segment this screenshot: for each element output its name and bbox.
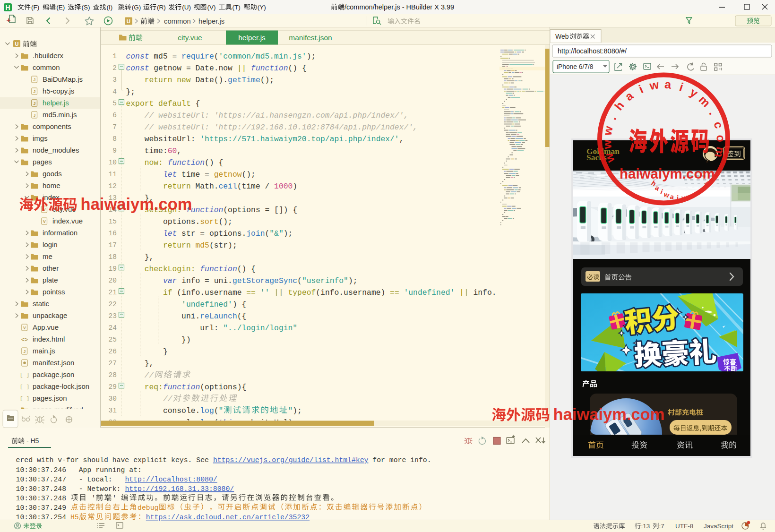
svg-text:(str);: (str); bbox=[209, 241, 237, 250]
svg-text:(: ( bbox=[265, 229, 270, 238]
svg-text:haiwaiym.com: haiwaiym.com bbox=[549, 405, 664, 423]
svg-text:J: J bbox=[33, 113, 35, 118]
svg-text:package-lock.json: package-lock.json bbox=[33, 382, 89, 390]
svg-text:return: return bbox=[163, 182, 196, 191]
svg-text:(I): (I) bbox=[107, 4, 113, 11]
svg-text:getnow = Date.now: getnow = Date.now bbox=[154, 64, 237, 73]
svg-text::13: :13 bbox=[641, 523, 650, 530]
svg-text:J: J bbox=[23, 349, 26, 354]
svg-text:24: 24 bbox=[109, 324, 117, 332]
svg-text:31: 31 bbox=[109, 407, 117, 414]
svg-text:information: information bbox=[43, 229, 78, 237]
svg-text:me: me bbox=[43, 252, 52, 260]
svg-text:- H5: - H5 bbox=[25, 437, 39, 445]
svg-text:pages: pages bbox=[33, 158, 52, 166]
svg-text:checkLogin:: checkLogin: bbox=[145, 265, 200, 274]
svg-text:login: login bbox=[43, 240, 58, 249]
svg-text:U: U bbox=[127, 18, 130, 24]
svg-text:/common/helper.js - HBuilder X: /common/helper.js - HBuilder X 3.99 bbox=[344, 3, 454, 11]
svg-text:28: 28 bbox=[109, 371, 117, 379]
svg-text:(time /: (time / bbox=[237, 182, 274, 191]
svg-text:UTF-8: UTF-8 bbox=[675, 523, 693, 530]
svg-text:22: 22 bbox=[109, 300, 117, 308]
svg-text:[ ]: [ ] bbox=[20, 384, 30, 390]
svg-text:60: 60 bbox=[168, 146, 177, 155]
svg-text:http://localhost:8080/: http://localhost:8080/ bbox=[125, 476, 217, 483]
svg-text:now:: now: bbox=[145, 158, 168, 167]
svg-text:);: ); bbox=[348, 276, 358, 285]
svg-text:();: (); bbox=[219, 217, 232, 226]
svg-text:,: , bbox=[399, 135, 404, 144]
svg-text:index.vue: index.vue bbox=[52, 217, 83, 225]
svg-text:static: static bbox=[33, 300, 50, 308]
svg-text:};: }; bbox=[126, 87, 136, 96]
svg-text:10:30:37.247 - Local:: 10:30:37.247 - Local: bbox=[16, 476, 125, 483]
svg-text:();: (); bbox=[260, 76, 274, 85]
svg-text:pointss: pointss bbox=[43, 288, 65, 296]
svg-text:getnow: getnow bbox=[214, 170, 242, 179]
svg-text:() {: () { bbox=[205, 158, 223, 167]
svg-text:15: 15 bbox=[109, 218, 117, 225]
svg-text:,: , bbox=[177, 146, 181, 155]
svg-text:'undefined': 'undefined' bbox=[181, 300, 232, 309]
svg-text:md5.min.js: md5.min.js bbox=[43, 111, 77, 119]
svg-text:helper.js: helper.js bbox=[43, 99, 69, 107]
svg-text:H5: H5 bbox=[70, 514, 79, 521]
svg-text:[ ]: [ ] bbox=[20, 372, 30, 378]
svg-text:): ) bbox=[293, 182, 297, 191]
svg-text:"userinfo": "userinfo" bbox=[302, 276, 348, 285]
svg-text:info = uni.: info = uni. bbox=[181, 276, 232, 285]
svg-text:(E): (E) bbox=[56, 4, 65, 11]
svg-text:(info.username): (info.username) bbox=[316, 288, 390, 297]
svg-text:export default: export default bbox=[126, 99, 196, 108]
svg-text:V: V bbox=[23, 326, 26, 330]
svg-text:2: 2 bbox=[112, 64, 117, 72]
svg-text:5: 5 bbox=[112, 100, 117, 107]
svg-text:27: 27 bbox=[109, 360, 117, 367]
svg-text:time:: time: bbox=[145, 146, 168, 155]
svg-text:'common/md5.min.js': 'common/md5.min.js' bbox=[219, 52, 307, 61]
svg-text:package.json: package.json bbox=[33, 370, 74, 378]
svg-text:function: function bbox=[163, 383, 200, 392]
svg-text:(: ( bbox=[214, 406, 219, 415]
svg-text:reLaunch: reLaunch bbox=[200, 312, 237, 321]
svg-text:18: 18 bbox=[109, 253, 117, 261]
svg-text:V: V bbox=[43, 219, 46, 224]
svg-text:.hbuilderx: .hbuilderx bbox=[33, 51, 64, 60]
svg-text:<>: <> bbox=[21, 337, 28, 343]
svg-text:ered with v-for should have ex: ered with v-for should have explicit key… bbox=[16, 456, 213, 464]
svg-text:imgs: imgs bbox=[33, 134, 48, 142]
svg-text:': ' bbox=[112, 495, 121, 502]
svg-text:require: require bbox=[181, 52, 214, 61]
svg-text:() {: () { bbox=[237, 265, 256, 274]
svg-text:10:30:37.246 App running at:: 10:30:37.246 App running at: bbox=[16, 466, 142, 474]
svg-text:md5 =: md5 = bbox=[154, 52, 181, 61]
svg-text:console.: console. bbox=[163, 406, 200, 415]
svg-text:haiwaiym.com: haiwaiym.com bbox=[620, 166, 715, 181]
svg-text:(info.username: (info.username bbox=[177, 288, 246, 297]
svg-text:unpackage: unpackage bbox=[33, 311, 67, 319]
svg-text:U: U bbox=[15, 41, 19, 47]
svg-text:websiteUrl:: websiteUrl: bbox=[145, 135, 200, 144]
svg-text:": " bbox=[288, 406, 293, 415]
svg-text:o: o bbox=[715, 135, 728, 143]
svg-text://: // bbox=[145, 371, 155, 380]
svg-text:);: ); bbox=[284, 229, 293, 238]
svg-text:{: { bbox=[196, 99, 200, 108]
svg-text:);: ); bbox=[293, 406, 302, 415]
svg-text:H: H bbox=[5, 4, 10, 11]
svg-text:J: J bbox=[33, 101, 35, 106]
svg-text:typeof: typeof bbox=[288, 288, 316, 297]
svg-text:}: } bbox=[163, 347, 168, 356]
svg-text:19: 19 bbox=[109, 265, 117, 273]
svg-text:();: (); bbox=[242, 170, 256, 179]
svg-text:(G): (G) bbox=[132, 4, 141, 11]
svg-text:(options = []) {: (options = []) { bbox=[223, 206, 297, 215]
svg-text:let: let bbox=[163, 170, 181, 179]
svg-text:(S): (S) bbox=[81, 4, 90, 11]
svg-text:return: return bbox=[163, 241, 196, 250]
svg-text:3: 3 bbox=[112, 76, 117, 84]
svg-text:goods: goods bbox=[43, 170, 62, 178]
svg-text:==: == bbox=[390, 288, 404, 297]
svg-text:30: 30 bbox=[109, 395, 117, 403]
